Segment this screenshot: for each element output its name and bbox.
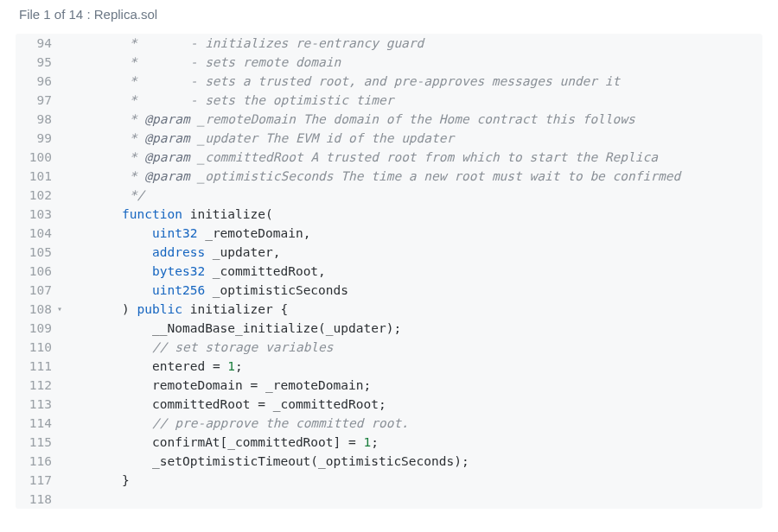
code-line: 112 remoteDomain = _remoteDomain; [16,376,762,395]
line-number: 105 [16,243,64,262]
line-number: 94 [16,34,64,53]
line-number: 108▾ [16,300,64,319]
line-content: } [64,471,762,490]
line-content: confirmAt[_committedRoot] = 1; [64,433,762,452]
code-line: 118 [16,490,762,509]
line-number: 116 [16,452,64,471]
line-number: 98 [16,110,64,129]
line-number: 112 [16,376,64,395]
line-content: * @param _updater The EVM id of the upda… [64,129,762,148]
line-number: 99 [16,129,64,148]
line-number: 101 [16,167,64,186]
line-content: bytes32 _committedRoot, [64,262,762,281]
line-content: uint256 _optimisticSeconds [64,281,762,300]
line-number: 106 [16,262,64,281]
code-line: 115 confirmAt[_committedRoot] = 1; [16,433,762,452]
line-number: 114 [16,414,64,433]
line-content: * - sets a trusted root, and pre-approve… [64,72,762,91]
code-line: 108▾ ) public initializer { [16,300,762,319]
code-line: 97 * - sets the optimistic timer [16,91,762,110]
line-content: * - initializes re-entrancy guard [64,34,762,53]
code-line: 95 * - sets remote domain [16,53,762,72]
code-line: 116 _setOptimisticTimeout(_optimisticSec… [16,452,762,471]
line-number: 115 [16,433,64,452]
line-content: uint32 _remoteDomain, [64,224,762,243]
code-line: 110 // set storage variables [16,338,762,357]
code-line: 94 * - initializes re-entrancy guard [16,34,762,53]
line-number: 118 [16,490,64,509]
line-content: committedRoot = _committedRoot; [64,395,762,414]
code-line: 117 } [16,471,762,490]
line-content: * - sets remote domain [64,53,762,72]
line-number: 104 [16,224,64,243]
line-number: 97 [16,91,64,110]
line-number: 100 [16,148,64,167]
line-number: 109 [16,319,64,338]
line-number: 96 [16,72,64,91]
line-content: * @param _remoteDomain The domain of the… [64,110,762,129]
file-header: File 1 of 14 : Replica.sol [16,7,762,22]
code-line: 96 * - sets a trusted root, and pre-appr… [16,72,762,91]
line-number: 107 [16,281,64,300]
code-line: 103 function initialize( [16,205,762,224]
code-line: 98 * @param _remoteDomain The domain of … [16,110,762,129]
line-content: * @param _committedRoot A trusted root f… [64,148,762,167]
line-content: * @param _optimisticSeconds The time a n… [64,167,762,186]
code-line: 104 uint32 _remoteDomain, [16,224,762,243]
line-content: // pre-approve the committed root. [64,414,762,433]
line-content: // set storage variables [64,338,762,357]
code-line: 114 // pre-approve the committed root. [16,414,762,433]
code-viewer: 94 * - initializes re-entrancy guard95 *… [16,34,762,509]
line-number: 111 [16,357,64,376]
line-content: function initialize( [64,205,762,224]
line-number: 95 [16,53,64,72]
line-number: 110 [16,338,64,357]
line-content: */ [64,186,762,205]
code-line: 113 committedRoot = _committedRoot; [16,395,762,414]
line-content: * - sets the optimistic timer [64,91,762,110]
code-line: 109 __NomadBase_initialize(_updater); [16,319,762,338]
code-line: 107 uint256 _optimisticSeconds [16,281,762,300]
code-line: 100 * @param _committedRoot A trusted ro… [16,148,762,167]
line-number: 117 [16,471,64,490]
line-content: __NomadBase_initialize(_updater); [64,319,762,338]
code-line: 106 bytes32 _committedRoot, [16,262,762,281]
line-number: 102 [16,186,64,205]
code-line: 111 entered = 1; [16,357,762,376]
line-content: entered = 1; [64,357,762,376]
file-label: File 1 of 14 : Replica.sol [19,7,157,22]
line-content: remoteDomain = _remoteDomain; [64,376,762,395]
line-content: ) public initializer { [64,300,762,319]
line-content: address _updater, [64,243,762,262]
line-number: 103 [16,205,64,224]
code-line: 101 * @param _optimisticSeconds The time… [16,167,762,186]
fold-marker-icon[interactable]: ▾ [57,300,62,319]
code-line: 99 * @param _updater The EVM id of the u… [16,129,762,148]
line-content: _setOptimisticTimeout(_optimisticSeconds… [64,452,762,471]
code-line: 102 */ [16,186,762,205]
code-line: 105 address _updater, [16,243,762,262]
line-number: 113 [16,395,64,414]
